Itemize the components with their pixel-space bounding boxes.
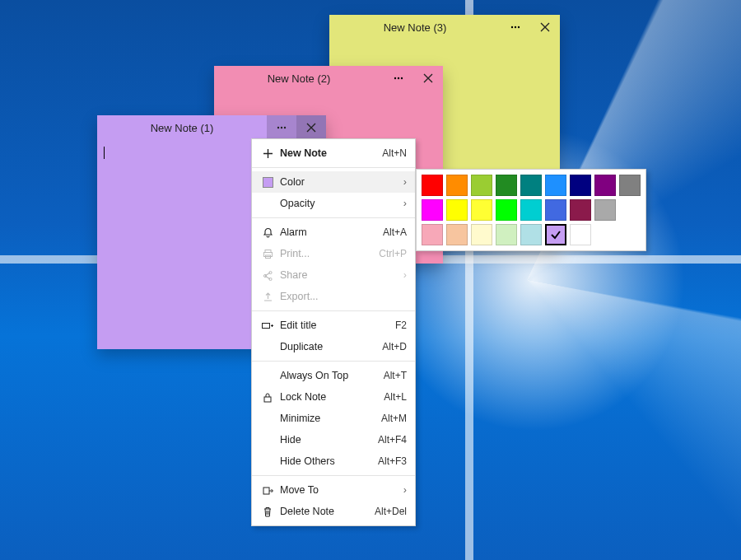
menu-hide-others-shortcut: Alt+F3 (378, 455, 407, 467)
menu-color[interactable]: Color › (252, 171, 415, 193)
note-3-titlebar[interactable]: New Note (3) (329, 15, 560, 40)
menu-alarm-shortcut: Alt+A (383, 226, 407, 238)
color-swatch[interactable] (570, 175, 591, 196)
menu-share: Share › (252, 264, 415, 286)
color-swatch[interactable] (471, 175, 492, 196)
menu-print: Print... Ctrl+P (252, 243, 415, 264)
color-swatch[interactable] (496, 224, 517, 245)
menu-opacity[interactable]: Opacity › (252, 193, 415, 214)
color-swatch[interactable] (422, 199, 443, 221)
note-1-close-button[interactable] (296, 115, 326, 140)
menu-print-label: Print... (277, 248, 379, 259)
menu-new-note-shortcut: Alt+N (382, 147, 407, 159)
ellipsis-icon (276, 122, 287, 133)
color-swatch[interactable] (545, 199, 566, 221)
note-2-more-button[interactable] (384, 66, 413, 91)
svg-point-13 (268, 271, 271, 273)
note-2-title: New Note (2) (214, 72, 384, 85)
menu-hide-others-label: Hide Others (277, 455, 378, 467)
color-swatch[interactable] (422, 224, 443, 245)
menu-edit-title[interactable]: Edit title F2 (252, 315, 415, 336)
menu-duplicate-label: Duplicate (277, 341, 382, 352)
desktop-wallpaper: New Note (3) New Note (2) New Note (1) (0, 0, 741, 560)
chevron-right-icon: › (403, 484, 407, 496)
svg-point-6 (277, 127, 279, 128)
menu-separator (252, 361, 415, 362)
trash-icon (259, 506, 277, 517)
close-icon (306, 123, 316, 133)
printer-icon (259, 249, 277, 259)
color-swatch[interactable] (545, 175, 566, 196)
svg-point-7 (281, 127, 282, 128)
close-icon (540, 22, 550, 32)
color-swatch[interactable] (422, 175, 443, 196)
menu-always-on-top-shortcut: Alt+T (384, 370, 407, 381)
text-caret (104, 147, 105, 159)
note-context-menu: New Note Alt+N Color › Opacity › Alarm A… (251, 138, 416, 526)
share-icon (259, 270, 277, 281)
color-swatch[interactable] (471, 224, 492, 245)
color-swatch[interactable] (520, 199, 542, 221)
color-swatch[interactable] (471, 199, 492, 221)
menu-duplicate[interactable]: Duplicate Alt+D (252, 336, 415, 357)
color-swatch[interactable] (545, 224, 566, 245)
menu-hide-others[interactable]: Hide Others Alt+F3 (252, 450, 415, 472)
color-swatch[interactable] (446, 224, 468, 245)
chevron-right-icon: › (403, 269, 407, 281)
color-swatch[interactable] (496, 199, 517, 221)
note-3-title: New Note (3) (329, 21, 501, 34)
note-3-more-button[interactable] (501, 15, 530, 40)
note-3-close-button[interactable] (530, 15, 560, 40)
edit-title-icon (259, 321, 277, 330)
menu-separator (252, 475, 415, 476)
menu-minimize[interactable]: Minimize Alt+M (252, 408, 415, 429)
color-swatch[interactable] (446, 199, 468, 221)
svg-rect-17 (263, 488, 269, 494)
color-swatch[interactable] (594, 199, 616, 221)
color-swatch[interactable] (570, 199, 591, 221)
menu-lock-note-shortcut: Alt+L (384, 391, 407, 403)
menu-delete-note[interactable]: Delete Note Alt+Del (252, 501, 415, 522)
menu-alarm[interactable]: Alarm Alt+A (252, 222, 415, 243)
chevron-right-icon: › (403, 198, 407, 209)
menu-duplicate-shortcut: Alt+D (382, 341, 407, 352)
color-swatch[interactable] (594, 175, 616, 196)
note-2-titlebar[interactable]: New Note (2) (214, 66, 443, 91)
menu-new-note[interactable]: New Note Alt+N (252, 142, 415, 164)
menu-separator (252, 217, 415, 218)
menu-print-shortcut: Ctrl+P (379, 248, 407, 259)
color-swatch-icon (259, 177, 277, 188)
svg-point-8 (284, 127, 286, 128)
plus-icon (259, 148, 277, 159)
color-swatch[interactable] (520, 175, 542, 196)
svg-rect-15 (262, 323, 269, 328)
svg-point-14 (268, 278, 271, 280)
menu-edit-title-label: Edit title (277, 320, 395, 331)
menu-edit-title-shortcut: F2 (395, 320, 407, 331)
svg-point-2 (518, 26, 520, 28)
menu-opacity-label: Opacity (277, 198, 403, 209)
menu-new-note-label: New Note (277, 147, 382, 159)
menu-hide[interactable]: Hide Alt+F4 (252, 429, 415, 450)
menu-move-to[interactable]: Move To › (252, 479, 415, 501)
menu-lock-note[interactable]: Lock Note Alt+L (252, 386, 415, 408)
note-2-close-button[interactable] (413, 66, 443, 91)
close-icon (423, 73, 433, 83)
menu-separator (252, 310, 415, 311)
color-swatch[interactable] (619, 175, 641, 196)
note-1-more-button[interactable] (267, 115, 296, 140)
lock-icon (259, 392, 277, 403)
svg-point-4 (398, 77, 399, 79)
svg-point-0 (511, 26, 513, 28)
color-picker-flyout (416, 169, 646, 251)
color-swatch[interactable] (446, 175, 468, 196)
ellipsis-icon (393, 72, 404, 84)
menu-move-to-label: Move To (277, 484, 403, 496)
color-swatch[interactable] (570, 224, 591, 245)
color-swatch[interactable] (496, 175, 517, 196)
color-swatch[interactable] (520, 224, 542, 245)
menu-always-on-top[interactable]: Always On Top Alt+T (252, 365, 415, 386)
chevron-right-icon: › (403, 176, 407, 188)
note-1-titlebar[interactable]: New Note (1) (97, 115, 326, 140)
svg-point-5 (401, 77, 403, 79)
